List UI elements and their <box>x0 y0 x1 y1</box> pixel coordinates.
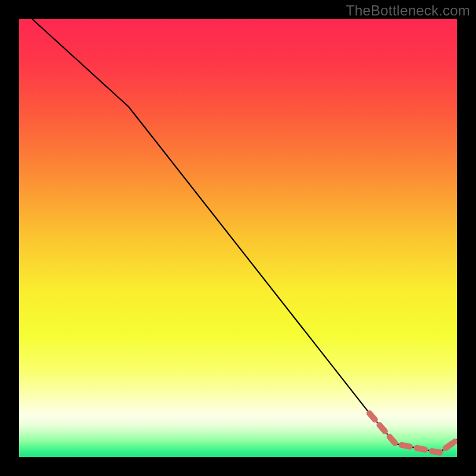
chart-plot-area <box>19 19 457 457</box>
gradient-background <box>19 19 457 457</box>
chart-svg <box>19 19 457 457</box>
watermark-text: TheBottleneck.com <box>346 2 470 19</box>
chart-frame: TheBottleneck.com <box>0 0 476 476</box>
